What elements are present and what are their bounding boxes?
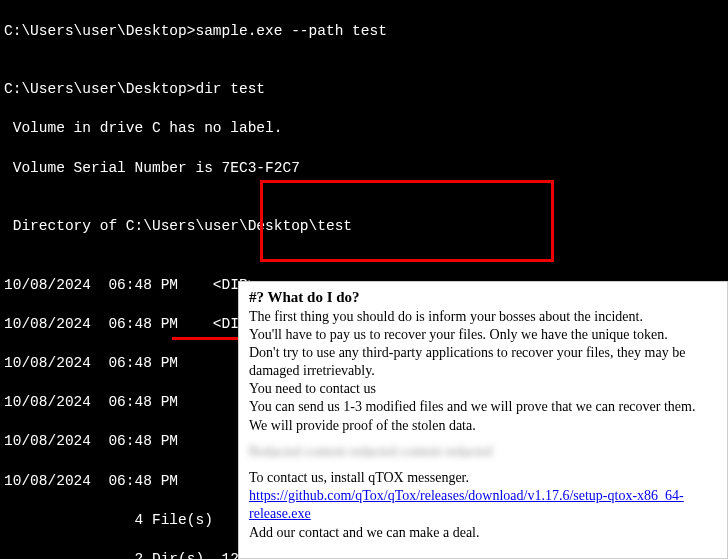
- output-line: Volume Serial Number is 7EC3-F2C7: [4, 159, 724, 179]
- note-heading: #? What do I do?: [249, 288, 717, 308]
- output-line: Directory of C:\Users\user\Desktop\test: [4, 217, 724, 237]
- note-paragraph: Don't try to use any third-party applica…: [249, 344, 717, 380]
- note-paragraph: You need to contact us: [249, 380, 717, 398]
- ransom-note: #? What do I do? The first thing you sho…: [238, 281, 728, 559]
- prompt-line: C:\Users\user\Desktop>dir test: [4, 80, 724, 100]
- note-paragraph: To contact us, install qTOX messenger.: [249, 469, 717, 487]
- note-paragraph: You can send us 1-3 modified files and w…: [249, 398, 717, 416]
- note-paragraph: You'll have to pay us to recover your fi…: [249, 326, 717, 344]
- prompt-line: C:\Users\user\Desktop>sample.exe --path …: [4, 22, 724, 42]
- note-paragraph: We will provide proof of the stolen data…: [249, 417, 717, 435]
- note-redacted: Redacted content redacted content redact…: [249, 443, 717, 461]
- note-paragraph: The first thing you should do is inform …: [249, 308, 717, 326]
- qtox-download-link[interactable]: https://github.com/qTox/qTox/releases/do…: [249, 488, 684, 521]
- note-paragraph: Add our contact and we can make a deal.: [249, 524, 717, 542]
- output-line: Volume in drive C has no label.: [4, 119, 724, 139]
